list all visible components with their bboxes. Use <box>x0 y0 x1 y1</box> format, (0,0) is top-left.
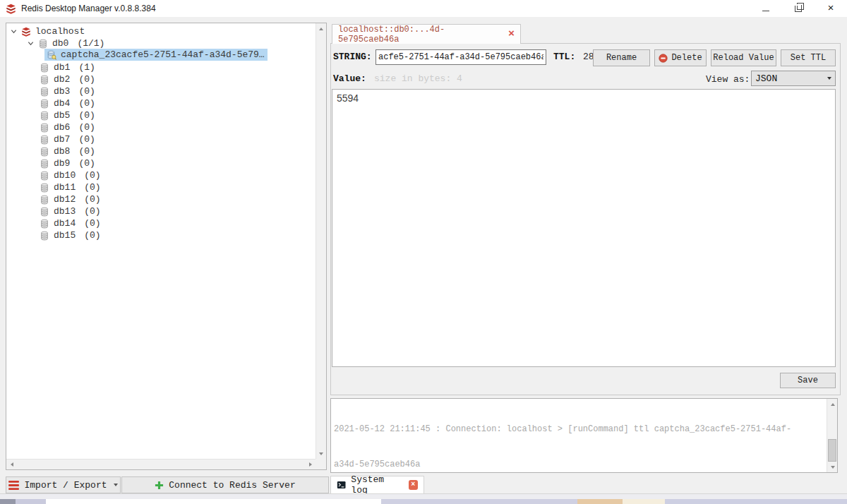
minimize-icon <box>762 11 769 11</box>
key-tab[interactable]: localhost::db0:...4d-5e795caeb46a × <box>332 24 521 44</box>
restore-icon <box>795 5 802 12</box>
tree-node-count: (0) <box>78 98 95 109</box>
tree-node-selected-key[interactable]: captcha_23cacfe5-2751-44af-a34d-5e79… <box>44 49 268 61</box>
scroll-right-button[interactable] <box>305 460 316 470</box>
tree-node-db15[interactable]: db15(0) <box>40 229 101 241</box>
value-editor-textarea[interactable]: 5594 <box>332 89 836 367</box>
save-button-label: Save <box>798 376 818 385</box>
tree-node-db13[interactable]: db13(0) <box>40 205 101 217</box>
tree-node-count: (1) <box>78 62 95 73</box>
tab-close-icon[interactable]: × <box>508 30 515 40</box>
scroll-left-button[interactable] <box>6 460 17 470</box>
view-as-label: View as: <box>706 74 750 85</box>
rename-button-label: Rename <box>606 53 637 63</box>
delete-minus-icon <box>659 54 668 63</box>
tree-node-db11[interactable]: db11(0) <box>40 181 101 193</box>
tree-horizontal-scrollbar[interactable] <box>6 459 316 469</box>
database-icon <box>40 159 49 169</box>
system-log-panel: 2021-05-12 21:11:45 : Connection: localh… <box>330 398 838 473</box>
key-name-input[interactable] <box>376 49 546 65</box>
selected-key-highlight[interactable]: captcha_23cacfe5-2751-44af-a34d-5e79… <box>44 49 268 61</box>
tree-node-db14[interactable]: db14(0) <box>40 217 101 229</box>
tree-node-localhost[interactable]: localhost <box>11 25 85 37</box>
database-icon <box>40 231 49 241</box>
delete-button-label: Delete <box>671 53 702 63</box>
tree-node-count: (0) <box>78 110 95 121</box>
system-log-tab[interactable]: System log × <box>330 476 424 493</box>
database-icon <box>40 135 49 145</box>
scroll-up-button[interactable] <box>827 399 838 409</box>
tree-node-db6[interactable]: db6(0) <box>40 121 95 133</box>
arrow-up-icon <box>831 403 835 406</box>
redis-logo-icon <box>6 4 16 14</box>
tree-node-label: db10 <box>54 170 76 181</box>
tree-node-count: (0) <box>84 182 100 193</box>
database-icon <box>40 171 49 181</box>
tree-node-label: db15 <box>54 230 76 241</box>
scroll-down-button[interactable] <box>827 462 838 472</box>
background-desktop <box>0 499 847 504</box>
tree-node-db5[interactable]: db5(0) <box>40 109 95 121</box>
tree-node-label: db11 <box>54 182 76 193</box>
log-vertical-scrollbar[interactable] <box>827 399 837 472</box>
database-icon <box>40 207 49 217</box>
log-line: a34d-5e795caeb46a <box>334 459 825 471</box>
save-button[interactable]: Save <box>780 373 836 388</box>
scroll-down-button[interactable] <box>316 448 327 459</box>
import-export-label: Import / Export <box>24 480 107 491</box>
restore-button[interactable] <box>782 0 815 17</box>
close-button[interactable]: × <box>815 0 847 17</box>
tree-node-db7[interactable]: db7(0) <box>40 133 95 145</box>
tree-node-count: (1/1) <box>77 38 104 49</box>
tree-node-db8[interactable]: db8(0) <box>40 145 95 157</box>
database-icon <box>40 219 49 229</box>
ttl-label: TTL: <box>553 52 575 62</box>
system-log-close-icon[interactable]: × <box>409 480 418 490</box>
close-icon: × <box>827 4 834 14</box>
key-tab-title: localhost::db0:...4d-5e795caeb46a <box>338 25 503 44</box>
background-segment <box>381 499 577 504</box>
tree-node-label: db4 <box>54 98 70 109</box>
value-label: Value: <box>333 73 366 84</box>
tree-vertical-scrollbar[interactable] <box>316 23 326 459</box>
log-line: 2021-05-12 21:11:45 : Connection: localh… <box>334 424 825 436</box>
tree-node-db1[interactable]: db1(1) <box>40 61 95 73</box>
scrollbar-corner <box>316 459 326 469</box>
tree-node-label: db1 <box>54 62 70 73</box>
scrollbar-thumb[interactable] <box>828 439 836 462</box>
database-icon <box>40 111 49 121</box>
connect-to-redis-server-button[interactable]: Connect to Redis Server <box>121 476 329 493</box>
tree-node-label: db8 <box>54 146 70 157</box>
tree-node-label: captcha_23cacfe5-2751-44af-a34d-5e79… <box>61 49 265 60</box>
database-icon <box>40 99 49 109</box>
minimize-button[interactable] <box>750 0 782 17</box>
tree-node-label: db7 <box>54 134 70 145</box>
rename-button[interactable]: Rename <box>593 49 650 66</box>
scroll-up-button[interactable] <box>316 23 327 34</box>
delete-button[interactable]: Delete <box>654 49 707 66</box>
database-icon <box>38 39 48 49</box>
key-type-label: STRING: <box>333 52 372 62</box>
reload-value-button[interactable]: Reload Value <box>711 49 776 66</box>
arrow-up-icon <box>319 28 323 30</box>
set-ttl-button[interactable]: Set TTL <box>781 49 836 66</box>
chevron-down-icon <box>114 484 118 486</box>
tree-node-db2[interactable]: db2(0) <box>40 73 95 85</box>
tree-node-db9[interactable]: db9(0) <box>40 157 95 169</box>
tree-node-count: (0) <box>84 218 100 229</box>
tree-node-db4[interactable]: db4(0) <box>40 97 95 109</box>
window-controls: × <box>750 0 847 17</box>
import-export-button[interactable]: Import / Export <box>6 476 121 493</box>
view-as-select[interactable]: JSON <box>751 71 836 86</box>
tree-node-db12[interactable]: db12(0) <box>40 193 101 205</box>
tree-node-count: (0) <box>84 230 100 241</box>
tree-node-count: (0) <box>78 134 95 145</box>
tree-node-db0[interactable]: db0 (1/1) <box>28 37 104 49</box>
tree-node-label: db3 <box>54 86 70 97</box>
chevron-down-icon[interactable] <box>11 28 17 35</box>
tree-node-db3[interactable]: db3(0) <box>40 85 95 97</box>
tree-node-count: (0) <box>78 86 95 97</box>
chevron-down-icon[interactable] <box>28 40 34 47</box>
menu-hamburger-icon <box>8 481 19 490</box>
tree-node-db10[interactable]: db10(0) <box>40 169 101 181</box>
